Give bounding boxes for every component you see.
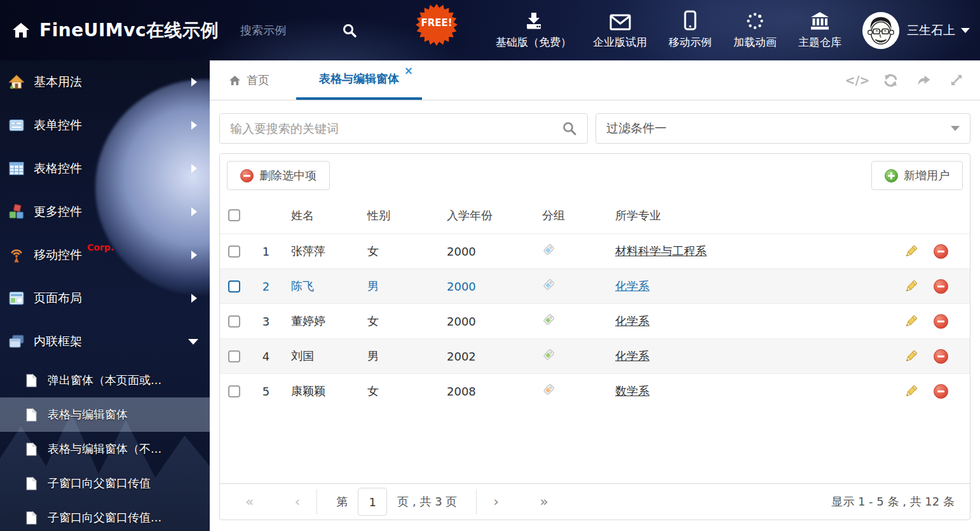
sidebar-item-basic-usage[interactable]: 基本用法: [0, 60, 210, 104]
table-row: 3 董婷婷 女 2000 化学系: [220, 303, 970, 338]
cell-gender: 女: [360, 314, 439, 329]
search-icon[interactable]: [342, 23, 357, 38]
edit-icon[interactable]: [904, 349, 918, 364]
row-checkbox[interactable]: [228, 385, 240, 397]
header-nav: FREE! 基础版（免费） 企业版试用 移动示例 加载动画: [415, 0, 852, 60]
sidebar-item-more-controls[interactable]: 更多控件: [0, 190, 210, 233]
refresh-icon[interactable]: [882, 72, 899, 88]
sidebar-subitem-child-to-parent[interactable]: 子窗口向父窗口传值: [0, 466, 210, 500]
nav-item-theme-repo[interactable]: 主题仓库: [787, 0, 852, 60]
cubes-icon: [9, 204, 24, 219]
row-checkbox[interactable]: [228, 350, 240, 362]
edit-icon[interactable]: [904, 279, 918, 294]
page-prefix-label: 第: [336, 494, 348, 509]
search-icon[interactable]: [562, 121, 577, 136]
row-checkbox[interactable]: [228, 315, 240, 328]
cell-gender: 男: [360, 348, 439, 364]
open-in-new-icon[interactable]: [915, 72, 932, 88]
header-search-input[interactable]: [240, 24, 336, 37]
last-page-button[interactable]: »: [540, 495, 548, 509]
page-number-input[interactable]: [358, 488, 387, 516]
nav-item-mobile-demo[interactable]: 移动示例: [658, 0, 723, 60]
minus-icon: [240, 169, 254, 183]
cell-year: 2008: [439, 385, 534, 398]
prev-page-button[interactable]: ‹: [294, 495, 300, 509]
home-icon[interactable]: [11, 21, 31, 40]
column-header-name[interactable]: 姓名: [283, 208, 360, 223]
nav-item-basic-edition[interactable]: 基础版（免费）: [485, 0, 582, 60]
record-summary: 显示 1 - 5 条 , 共 12 条: [831, 494, 955, 509]
cell-name: 刘国: [283, 348, 360, 364]
sidebar-item-mobile-controls[interactable]: 移动控件 Corp.: [0, 233, 210, 277]
sidebar-subitem-grid-edit-window[interactable]: 表格与编辑窗体: [0, 397, 210, 432]
spinner-icon: [745, 11, 765, 31]
table-header-row: 姓名 性别 入学年份 分组 所学专业: [220, 197, 970, 233]
row-checkbox[interactable]: [228, 245, 240, 258]
keyword-search-input[interactable]: [230, 121, 562, 135]
tab-home[interactable]: 首页: [229, 60, 269, 100]
antenna-icon: [9, 247, 24, 263]
username: 三生石上: [907, 22, 955, 39]
sidebar-subitem-child-to-parent-2[interactable]: 子窗口向父窗口传值...: [0, 500, 210, 531]
column-header-gender[interactable]: 性别: [360, 208, 439, 223]
page-suffix-label: 页 , 共 3 页: [397, 494, 457, 509]
file-icon: [25, 374, 37, 387]
major-link[interactable]: 材料科学与工程系: [615, 244, 707, 258]
edit-icon[interactable]: [904, 384, 918, 399]
tag-icon: [534, 243, 608, 260]
expand-icon[interactable]: [948, 72, 965, 88]
tab-grid-edit-window[interactable]: 表格与编辑窗体 ×: [296, 60, 422, 100]
cell-gender: 女: [360, 244, 439, 259]
sidebar-item-page-layout[interactable]: 页面布局: [0, 277, 210, 320]
home-icon: [9, 74, 24, 90]
cell-name: 陈飞: [283, 279, 360, 294]
edit-icon[interactable]: [904, 314, 918, 329]
major-link[interactable]: 数学系: [615, 384, 650, 397]
sidebar-subitem-grid-edit-window-2[interactable]: 表格与编辑窗体（不...: [0, 432, 210, 466]
delete-row-icon[interactable]: [934, 384, 948, 399]
grid-panel: 删除选中项 新增用户 姓名 性别 入学年份 分组 所学专业 1 张萍萍 女 20…: [219, 153, 970, 520]
select-all-checkbox[interactable]: [228, 209, 240, 221]
major-link[interactable]: 化学系: [615, 314, 650, 328]
sidebar-item-iframe[interactable]: 内联框架: [0, 320, 210, 363]
nav-item-enterprise-trial[interactable]: 企业版试用: [582, 0, 658, 60]
sidebar-item-form-controls[interactable]: 表单控件: [0, 104, 210, 147]
cell-name: 董婷婷: [283, 314, 360, 329]
home-icon: [229, 74, 241, 86]
nav-item-loading-animation[interactable]: 加载动画: [723, 0, 787, 60]
frames-icon: [9, 334, 24, 349]
delete-row-icon[interactable]: [934, 314, 948, 329]
row-checkbox[interactable]: [228, 280, 240, 293]
chevron-right-icon: [191, 121, 197, 130]
tag-icon: [534, 348, 608, 365]
column-header-major[interactable]: 所学专业: [608, 208, 900, 223]
close-icon[interactable]: ×: [404, 66, 413, 76]
chevron-right-icon: [191, 207, 197, 216]
delete-row-icon[interactable]: [934, 279, 948, 294]
delete-row-icon[interactable]: [934, 244, 948, 259]
pager-divider: [476, 489, 477, 514]
sidebar-item-grid-controls[interactable]: 表格控件: [0, 147, 210, 190]
chevron-down-icon: [961, 28, 970, 33]
delete-selected-button[interactable]: 删除选中项: [227, 161, 330, 190]
keyword-search-box: [219, 113, 588, 144]
user-menu[interactable]: 三生石上: [862, 12, 970, 49]
major-link[interactable]: 化学系: [615, 279, 650, 293]
filter-dropdown[interactable]: 过滤条件一: [595, 113, 970, 144]
plus-icon: [885, 169, 898, 183]
download-icon: [524, 11, 543, 31]
source-code-icon[interactable]: </>: [849, 72, 866, 88]
first-page-button[interactable]: «: [245, 495, 254, 509]
grid-toolbar: 删除选中项 新增用户: [220, 154, 970, 197]
sidebar-subitem-popup-window[interactable]: 弹出窗体（本页面或...: [0, 363, 210, 397]
cell-gender: 男: [360, 279, 439, 294]
table-row: 1 张萍萍 女 2000 材料科学与工程系: [220, 233, 970, 268]
delete-row-icon[interactable]: [934, 349, 948, 364]
cell-name: 康颖颖: [283, 383, 360, 399]
column-header-group[interactable]: 分组: [534, 208, 608, 223]
next-page-button[interactable]: ›: [493, 495, 499, 509]
edit-icon[interactable]: [904, 244, 918, 259]
column-header-year[interactable]: 入学年份: [439, 208, 534, 223]
major-link[interactable]: 化学系: [615, 349, 650, 362]
add-user-button[interactable]: 新增用户: [871, 161, 963, 190]
